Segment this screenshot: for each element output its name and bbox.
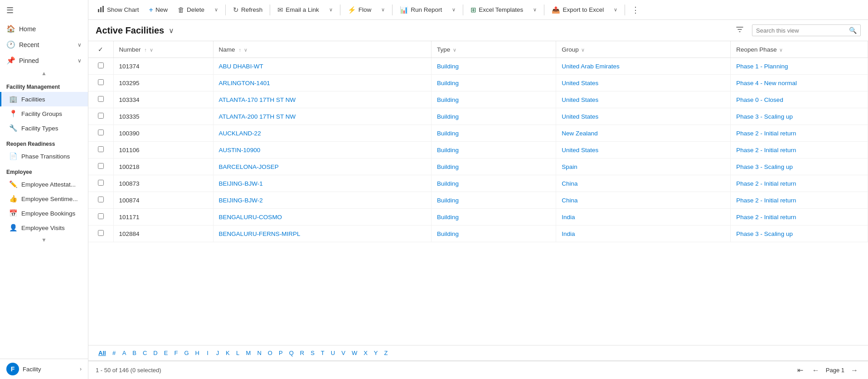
row-type[interactable]: Building [432,175,556,192]
row-name[interactable]: BARCELONA-JOSEP [213,158,431,175]
row-name[interactable]: BEIJING-BJW-2 [213,192,431,209]
row-checkbox[interactable] [88,142,113,158]
row-name[interactable]: BENGALURU-FERNS-MIRPL [213,225,431,242]
next-page-button[interactable]: → [848,365,861,375]
row-checkbox[interactable] [88,158,113,175]
alpha-item-g[interactable]: G [181,348,191,358]
run-report-chevron-button[interactable]: ∨ [447,5,460,15]
row-reopen-phase[interactable]: Phase 2 - Initial return [731,192,868,209]
row-reopen-phase[interactable]: Phase 2 - Initial return [731,142,868,158]
alpha-item-x[interactable]: X [361,348,370,358]
row-type[interactable]: Building [432,209,556,225]
row-checkbox[interactable] [88,58,113,75]
row-checkbox[interactable] [88,175,113,192]
flow-button[interactable]: ⚡ Flow [343,4,376,16]
run-report-button[interactable]: 📊 Run Report [395,4,446,16]
sidebar-item-facility-types[interactable]: 🔧 Facility Types [0,121,88,135]
alpha-item-l[interactable]: L [233,348,242,358]
sidebar-bottom-facility[interactable]: F Facility › [0,359,88,379]
row-checkbox[interactable] [88,209,113,225]
sidebar-item-facilities[interactable]: 🏢 Facilities [0,92,88,106]
sidebar-item-employee-sentime[interactable]: 👍 Employee Sentime... [0,192,88,206]
row-type[interactable]: Building [432,225,556,242]
export-excel-chevron-button[interactable]: ∨ [609,5,622,15]
sidebar-item-home[interactable]: 🏠 Home [0,21,88,37]
row-reopen-phase[interactable]: Phase 2 - Initial return [731,175,868,192]
row-name[interactable]: BEIJING-BJW-1 [213,175,431,192]
hamburger-icon[interactable]: ☰ [0,0,88,21]
view-title-chevron-icon[interactable]: ∨ [169,26,174,35]
row-group[interactable]: United States [556,91,731,108]
alpha-item-all[interactable]: All [96,348,109,358]
alpha-item-o[interactable]: O [265,348,275,358]
alpha-item-d[interactable]: D [150,348,160,358]
sidebar-item-recent[interactable]: 🕐 Recent ∨ [0,37,88,53]
row-type[interactable]: Building [432,75,556,91]
prev-page-button[interactable]: ← [810,365,822,375]
delete-chevron-button[interactable]: ∨ [210,5,223,15]
row-type[interactable]: Building [432,142,556,158]
show-chart-button[interactable]: Show Chart [93,3,144,16]
row-type[interactable]: Building [432,108,556,125]
refresh-button[interactable]: ↻ Refresh [228,4,267,16]
row-group[interactable]: New Zealand [556,125,731,142]
alpha-item-#[interactable]: # [110,348,119,358]
row-name[interactable]: ATLANTA-170 17TH ST NW [213,91,431,108]
row-reopen-phase[interactable]: Phase 3 - Scaling up [731,158,868,175]
row-checkbox[interactable] [88,225,113,242]
row-checkbox[interactable] [88,125,113,142]
col-group[interactable]: Group ∨ [556,41,731,58]
alpha-item-t[interactable]: T [318,348,327,358]
row-reopen-phase[interactable]: Phase 4 - New normal [731,75,868,91]
row-name[interactable]: BENGALURU-COSMO [213,209,431,225]
alpha-item-m[interactable]: M [243,348,254,358]
alpha-item-i[interactable]: I [203,348,212,358]
row-type[interactable]: Building [432,91,556,108]
email-link-button[interactable]: ✉ Email a Link [273,4,324,16]
sidebar-item-employee-bookings[interactable]: 📅 Employee Bookings [0,206,88,221]
row-name[interactable]: AUCKLAND-22 [213,125,431,142]
alpha-item-h[interactable]: H [193,348,202,358]
sidebar-item-employee-visits[interactable]: 👤 Employee Visits [0,221,88,235]
alpha-item-k[interactable]: K [223,348,233,358]
row-type[interactable]: Building [432,125,556,142]
row-checkbox[interactable] [88,108,113,125]
alpha-item-b[interactable]: B [130,348,139,358]
alpha-item-r[interactable]: R [297,348,307,358]
alpha-item-j[interactable]: J [213,348,222,358]
row-group[interactable]: United States [556,142,731,158]
alpha-item-u[interactable]: U [328,348,338,358]
excel-templates-chevron-button[interactable]: ∨ [529,5,541,15]
scroll-down-arrow[interactable]: ▼ [0,235,88,245]
sidebar-item-phase-transitions[interactable]: 📄 Phase Transitions [0,149,88,163]
alpha-item-f[interactable]: F [171,348,180,358]
alpha-item-q[interactable]: Q [286,348,296,358]
flow-chevron-button[interactable]: ∨ [377,5,389,15]
row-group[interactable]: China [556,175,731,192]
row-reopen-phase[interactable]: Phase 3 - Scaling up [731,108,868,125]
row-name[interactable]: ATLANTA-200 17TH ST NW [213,108,431,125]
new-button[interactable]: + New [145,4,172,16]
sidebar-item-pinned[interactable]: 📌 Pinned ∨ [0,53,88,68]
col-name[interactable]: Name ↑ ∨ [213,41,431,58]
row-group[interactable]: India [556,209,731,225]
alpha-item-n[interactable]: N [254,348,264,358]
row-reopen-phase[interactable]: Phase 2 - Initial return [731,209,868,225]
row-group[interactable]: China [556,192,731,209]
delete-button[interactable]: 🗑 Delete [173,4,209,16]
alpha-item-z[interactable]: Z [382,348,391,358]
alpha-item-s[interactable]: S [308,348,317,358]
email-link-chevron-button[interactable]: ∨ [325,5,337,15]
row-group[interactable]: United States [556,75,731,91]
select-all-checkbox[interactable]: ✓ [88,41,113,58]
filter-icon[interactable] [736,25,744,35]
alpha-item-c[interactable]: C [140,348,150,358]
row-type[interactable]: Building [432,192,556,209]
row-reopen-phase[interactable]: Phase 3 - Scaling up [731,225,868,242]
row-name[interactable]: AUSTIN-10900 [213,142,431,158]
row-checkbox[interactable] [88,192,113,209]
alpha-item-a[interactable]: A [120,348,129,358]
col-type[interactable]: Type ∨ [432,41,556,58]
row-group[interactable]: United Arab Emirates [556,58,731,75]
alpha-item-e[interactable]: E [161,348,171,358]
